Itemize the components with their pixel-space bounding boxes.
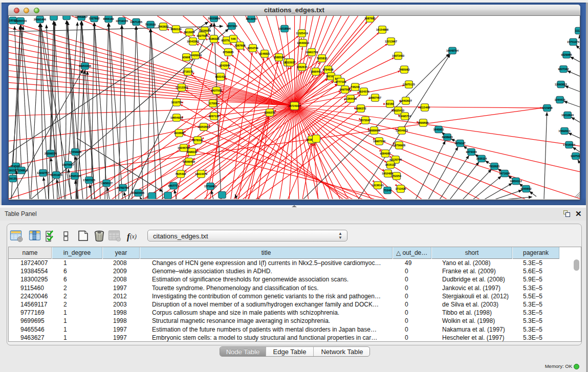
svg-text:4572047: 4572047	[360, 119, 371, 122]
svg-text:20206576: 20206576	[45, 152, 57, 155]
svg-text:546: 546	[231, 37, 236, 40]
svg-text:43120746: 43120746	[389, 158, 402, 161]
svg-text:8660124: 8660124	[171, 28, 182, 31]
svg-text:12923446: 12923446	[132, 191, 144, 194]
svg-text:10719155: 10719155	[116, 19, 128, 23]
svg-text:18907249: 18907249	[373, 140, 385, 143]
svg-text:75346: 75346	[384, 189, 391, 192]
svg-text:3267130: 3267130	[209, 115, 220, 118]
svg-text:2935114: 2935114	[476, 157, 487, 160]
svg-text:13958127: 13958127	[100, 182, 113, 185]
svg-text:7485063: 7485063	[399, 68, 410, 71]
svg-text:10807467: 10807467	[369, 96, 381, 99]
svg-text:62160: 62160	[386, 102, 394, 105]
svg-text:10654112: 10654112	[510, 180, 522, 183]
svg-text:10671355: 10671355	[130, 20, 142, 24]
svg-text:19353594: 19353594	[198, 125, 210, 128]
svg-text:7663822: 7663822	[158, 25, 169, 28]
svg-text:8186328: 8186328	[209, 37, 220, 40]
svg-text:93906: 93906	[183, 56, 190, 59]
svg-text:7625402: 7625402	[176, 172, 186, 176]
svg-text:1244415: 1244415	[555, 98, 565, 101]
svg-text:1713426: 1713426	[396, 187, 406, 190]
svg-text:12505115: 12505115	[69, 174, 81, 178]
svg-text:9146821: 9146821	[259, 52, 270, 55]
svg-text:16543362: 16543362	[187, 40, 199, 43]
svg-text:15751074: 15751074	[567, 40, 579, 43]
svg-text:10888609: 10888609	[368, 129, 380, 132]
svg-text:1588520: 1588520	[274, 56, 285, 59]
svg-text:2087682: 2087682	[365, 17, 376, 20]
svg-text:117000: 117000	[208, 102, 217, 105]
svg-text:7632621: 7632621	[489, 165, 500, 168]
svg-text:9777109: 9777109	[336, 80, 346, 83]
svg-text:11325419: 11325419	[296, 32, 308, 35]
svg-text:9227342: 9227342	[558, 68, 569, 71]
svg-text:12093822: 12093822	[555, 83, 567, 86]
svg-text:13495754: 13495754	[399, 115, 411, 118]
svg-text:9357224: 9357224	[227, 25, 237, 28]
svg-text:1322037: 1322037	[285, 61, 296, 64]
svg-text:2300275: 2300275	[265, 111, 275, 114]
svg-text:10973493: 10973493	[392, 54, 404, 57]
svg-text:1010755: 1010755	[171, 101, 182, 104]
svg-text:2367608: 2367608	[235, 44, 246, 47]
svg-text:24420046: 24420046	[189, 54, 202, 57]
svg-text:17359928: 17359928	[69, 150, 81, 154]
svg-text:1167534: 1167534	[571, 155, 580, 158]
svg-text:6879197: 6879197	[455, 142, 466, 145]
svg-text:9474444: 9474444	[466, 150, 477, 154]
svg-text:9242848: 9242848	[220, 64, 230, 67]
svg-text:7955812: 7955812	[317, 57, 328, 60]
svg-text:1615132: 1615132	[385, 163, 396, 166]
svg-text:9115460: 9115460	[420, 106, 430, 109]
svg-text:8678342: 8678342	[192, 139, 203, 142]
svg-text:14463627: 14463627	[400, 99, 412, 102]
svg-text:8912954: 8912954	[184, 31, 195, 34]
svg-text:2986372: 2986372	[356, 107, 366, 110]
svg-text:6497508: 6497508	[340, 88, 351, 91]
svg-text:16154808: 16154808	[376, 28, 388, 31]
svg-text:20053346: 20053346	[79, 64, 91, 68]
svg-text:8031414: 8031414	[215, 75, 226, 78]
svg-text:10025433: 10025433	[392, 109, 404, 112]
svg-text:15710485: 15710485	[204, 185, 216, 188]
svg-text:64099489: 64099489	[183, 160, 195, 163]
svg-text:9327505: 9327505	[197, 34, 208, 37]
svg-text:9699695: 9699695	[418, 121, 429, 124]
svg-text:1640951: 1640951	[433, 128, 444, 131]
svg-text:13654923: 13654923	[396, 129, 408, 132]
svg-text:2718170: 2718170	[183, 70, 193, 73]
svg-text:6794028: 6794028	[323, 68, 334, 71]
svg-text:16033809: 16033809	[208, 17, 220, 20]
svg-text:14136141: 14136141	[372, 184, 384, 187]
svg-text:39135: 39135	[9, 177, 17, 180]
svg-text:10553267: 10553267	[75, 16, 88, 18]
svg-text:1990443: 1990443	[311, 70, 321, 73]
svg-text:17957225: 17957225	[83, 179, 95, 182]
svg-text:12942757: 12942757	[37, 171, 49, 174]
svg-text:1362615: 1362615	[297, 65, 308, 69]
svg-text:12213967: 12213967	[385, 40, 397, 43]
svg-text:10961758: 10961758	[306, 51, 318, 54]
svg-text:12156819: 12156819	[15, 169, 28, 172]
svg-text:746246: 746246	[351, 85, 360, 89]
svg-text:11121: 11121	[575, 29, 580, 32]
svg-text:8938923: 8938923	[442, 136, 453, 139]
svg-text:12975125: 12975125	[403, 83, 415, 86]
svg-text:16914479: 16914479	[195, 172, 207, 176]
svg-text:9457771: 9457771	[168, 184, 179, 187]
svg-text:252254: 252254	[392, 174, 401, 178]
svg-text:16782759: 16782759	[117, 186, 129, 189]
svg-text:15692911: 15692911	[558, 129, 571, 133]
svg-text:19218506: 19218506	[278, 27, 291, 30]
svg-text:(x): (x)	[130, 233, 137, 240]
svg-text:20091406: 20091406	[34, 18, 46, 21]
svg-text:3024574: 3024574	[359, 90, 369, 93]
svg-text:12213303: 12213303	[176, 86, 188, 89]
svg-text:16210643: 16210643	[561, 114, 574, 117]
svg-text:10756928: 10756928	[393, 144, 405, 147]
svg-text:18640910: 18640910	[297, 41, 309, 45]
svg-text:16648784: 16648784	[446, 49, 459, 52]
svg-text:8466160: 8466160	[103, 17, 114, 20]
